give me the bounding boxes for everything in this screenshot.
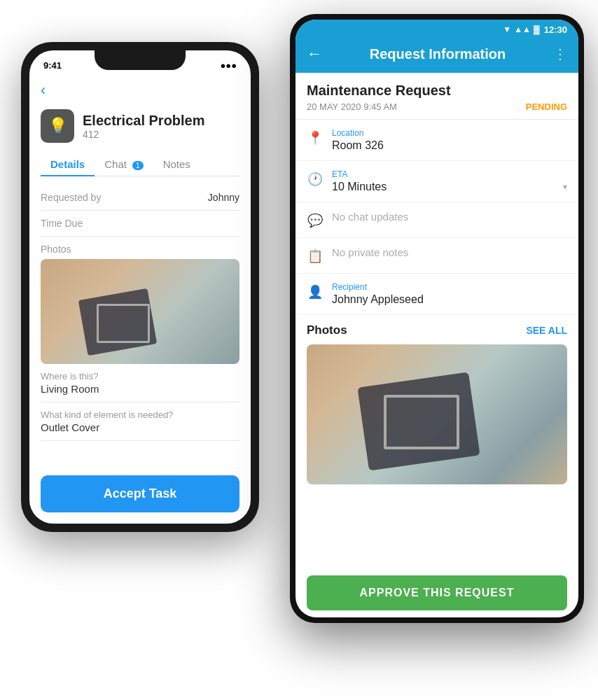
tab-notes[interactable]: Notes <box>153 153 200 176</box>
iphone-status-icons: ●●● <box>220 60 237 71</box>
android-status-icons: ▼ ▲▲ ▓ <box>503 24 539 34</box>
requested-by-row: Requested by Johnny <box>41 185 239 211</box>
task-photo-thumbnail <box>41 259 239 364</box>
location-value: Room 326 <box>332 139 567 152</box>
main-photo <box>307 344 567 484</box>
android-time: 12:30 <box>544 24 567 35</box>
iphone-time: 9:41 <box>43 60 62 71</box>
requested-by-label: Requested by <box>41 192 101 203</box>
eta-value: 10 Minutes <box>332 181 387 193</box>
where-value: Living Room <box>41 383 239 395</box>
android-screen: ▼ ▲▲ ▓ 12:30 ← Request Information ⋮ Mai… <box>295 20 578 617</box>
time-due-label: Time Due <box>41 218 83 229</box>
task-title: Electrical Problem <box>83 113 205 129</box>
iphone-back-button[interactable]: ‹ <box>41 76 239 104</box>
chat-icon: 💬 <box>307 212 324 229</box>
notes-row: 📋 No private notes <box>295 238 578 274</box>
iphone-content: ‹ 💡 Electrical Problem 412 Details Chat … <box>29 76 251 524</box>
battery-icon: ▓ <box>534 24 540 34</box>
more-options-icon[interactable]: ⋮ <box>553 46 567 62</box>
android-status-bar: ▼ ▲▲ ▓ 12:30 <box>295 20 578 39</box>
location-row: 📍 Location Room 326 <box>295 120 578 161</box>
notes-status: No private notes <box>332 246 567 258</box>
eta-dropdown-icon[interactable]: ▾ <box>563 182 567 192</box>
iphone-screen: 9:41 ●●● ‹ 💡 Electrical Problem 412 Deta… <box>29 50 251 524</box>
tab-chat[interactable]: Chat 1 <box>95 153 153 176</box>
android-back-button[interactable]: ← <box>307 45 322 63</box>
iphone-notch <box>95 50 186 70</box>
location-content: Location Room 326 <box>332 128 567 152</box>
wifi-icon: ▼ <box>503 24 511 34</box>
task-id: 412 <box>83 129 205 140</box>
element-label: What kind of element is needed? <box>41 410 239 420</box>
eta-value-row: 10 Minutes ▾ <box>332 181 567 193</box>
eta-sublabel: ETA <box>332 169 567 179</box>
android-body: Maintenance Request 20 MAY 2020 9:45 AM … <box>295 73 578 617</box>
android-header: ← Request Information ⋮ <box>295 39 578 73</box>
see-all-button[interactable]: SEE ALL <box>526 325 567 336</box>
photos-header: Photos SEE ALL <box>307 323 567 337</box>
where-label: Where is this? <box>41 371 239 382</box>
request-title-section: Maintenance Request 20 MAY 2020 9:45 AM … <box>295 73 578 120</box>
eta-content: ETA 10 Minutes ▾ <box>332 169 567 193</box>
tab-details[interactable]: Details <box>41 153 95 176</box>
chat-content: No chat updates <box>332 211 567 223</box>
android-header-title: Request Information <box>329 46 546 62</box>
photos-title: Photos <box>307 323 347 337</box>
element-value: Outlet Cover <box>41 421 239 433</box>
iphone-device: 9:41 ●●● ‹ 💡 Electrical Problem 412 Deta… <box>21 42 259 532</box>
requested-by-value: Johnny <box>208 192 239 203</box>
android-device: ▼ ▲▲ ▓ 12:30 ← Request Information ⋮ Mai… <box>290 14 584 623</box>
eta-row: 🕐 ETA 10 Minutes ▾ <box>295 161 578 202</box>
chat-status: No chat updates <box>332 211 567 223</box>
approve-request-button[interactable]: APPROVE THIS REQUEST <box>307 575 567 610</box>
chat-badge: 1 <box>132 161 144 170</box>
chat-row: 💬 No chat updates <box>295 202 578 238</box>
eta-icon: 🕐 <box>307 171 324 188</box>
location-icon: 📍 <box>307 130 324 146</box>
pending-status-badge: PENDING <box>526 102 567 112</box>
request-meta: 20 MAY 2020 9:45 AM PENDING <box>307 102 567 112</box>
iphone-header: 💡 Electrical Problem 412 <box>41 104 239 153</box>
time-due-row: Time Due <box>41 211 239 237</box>
recipient-sublabel: Recipient <box>332 282 567 292</box>
photos-section: Photos SEE ALL <box>295 315 578 568</box>
scene: 9:41 ●●● ‹ 💡 Electrical Problem 412 Deta… <box>0 0 598 700</box>
request-date: 20 MAY 2020 9:45 AM <box>307 102 397 112</box>
recipient-content: Recipient Johnny Appleseed <box>332 282 567 306</box>
recipient-icon: 👤 <box>307 284 324 300</box>
recipient-value: Johnny Appleseed <box>332 293 567 306</box>
signal-icon: ▲▲ <box>514 24 531 34</box>
notes-icon: 📋 <box>307 248 324 265</box>
photos-section-label: Photos <box>41 237 239 259</box>
recipient-row: 👤 Recipient Johnny Appleseed <box>295 274 578 315</box>
task-icon: 💡 <box>41 109 74 143</box>
tab-bar: Details Chat 1 Notes <box>41 153 239 176</box>
element-section: What kind of element is needed? Outlet C… <box>41 402 239 441</box>
location-sublabel: Location <box>332 128 567 138</box>
notes-content: No private notes <box>332 246 567 258</box>
request-title: Maintenance Request <box>307 83 567 99</box>
accept-task-button[interactable]: Accept Task <box>41 475 239 512</box>
where-section: Where is this? Living Room <box>41 364 239 402</box>
